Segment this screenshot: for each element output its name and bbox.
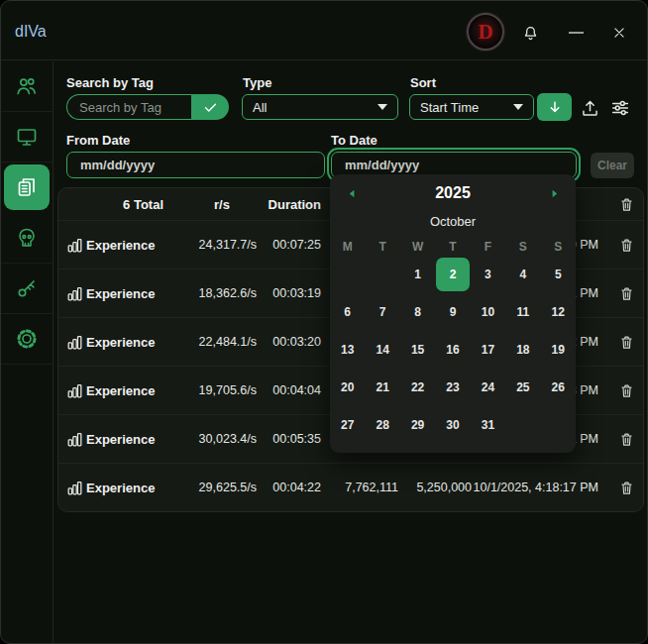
row-start-time: 10/1/2025, 4:18:17 PM [472, 481, 610, 494]
calendar-day[interactable]: 3 [471, 256, 505, 293]
calendar-day-selected[interactable]: 2 [435, 256, 470, 293]
from-date-label: From Date [66, 133, 130, 148]
row-rate: 29,625.5/s [187, 481, 257, 494]
bar-chart-icon [65, 430, 84, 449]
row-rate: 18,362.6/s [187, 286, 257, 300]
caret-down-icon [378, 104, 387, 110]
calendar-day-empty [541, 406, 576, 444]
calendar-day[interactable]: 16 [435, 331, 470, 369]
skull-icon [15, 226, 39, 250]
upload-icon [580, 98, 600, 119]
title-bar: dIVa D [1, 1, 647, 60]
sidebar [1, 61, 54, 643]
calendar-day[interactable]: 5 [541, 256, 576, 293]
trash-icon [618, 196, 635, 213]
calendar-day[interactable]: 6 [330, 293, 365, 331]
calendar-day[interactable]: 9 [435, 293, 470, 331]
sort-dropdown[interactable]: Start Time [409, 94, 534, 120]
table-row[interactable]: Experience 29,625.5/s 00:04:22 7,762,111… [58, 463, 643, 511]
calendar-day[interactable]: 11 [505, 293, 540, 331]
type-value: All [253, 100, 267, 115]
calendar-year: 2025 [435, 184, 471, 202]
delete-row-button[interactable] [615, 477, 637, 498]
calendar-day[interactable]: 8 [400, 293, 435, 331]
sort-label: Sort [410, 75, 436, 90]
trash-icon [618, 237, 635, 254]
calendar-next-year-button[interactable] [546, 185, 562, 201]
calendar-day[interactable]: 21 [365, 369, 399, 406]
calendar-day[interactable]: 18 [505, 331, 540, 369]
weekday-label: W [400, 240, 435, 254]
total-count-header: 6 Total [86, 197, 187, 212]
sidebar-item-players[interactable] [1, 61, 53, 112]
delete-row-button[interactable] [615, 331, 637, 353]
calendar-day[interactable]: 23 [435, 369, 470, 406]
row-rate: 19,705.6/s [187, 383, 257, 397]
calendar-day[interactable]: 25 [505, 369, 540, 406]
calendar-day[interactable]: 7 [365, 293, 399, 331]
row-tag: Experience [86, 432, 187, 447]
trash-icon [618, 382, 635, 399]
calendar-day[interactable]: 13 [330, 331, 365, 369]
calendar-day[interactable]: 27 [330, 406, 365, 444]
calendar-day[interactable]: 29 [400, 406, 435, 444]
search-submit-button[interactable] [191, 94, 229, 120]
calendar-day[interactable]: 17 [471, 331, 505, 369]
calendar-day[interactable]: 14 [365, 331, 399, 369]
notifications-bell-icon[interactable] [516, 19, 544, 47]
delete-row-button[interactable] [615, 379, 637, 401]
delete-row-button[interactable] [615, 234, 637, 256]
search-input[interactable] [66, 94, 191, 120]
sidebar-item-monitor[interactable] [1, 112, 53, 162]
close-icon[interactable] [605, 19, 633, 47]
calendar-day[interactable]: 22 [400, 369, 435, 406]
type-dropdown[interactable]: All [242, 94, 398, 120]
export-button[interactable] [577, 95, 602, 121]
chevron-right-icon [548, 187, 561, 200]
sort-direction-button[interactable] [537, 93, 572, 121]
calendar-day-empty [365, 256, 399, 293]
search-label: Search by Tag [66, 75, 154, 90]
sidebar-item-deaths[interactable] [1, 213, 53, 264]
calendar-prev-year-button[interactable] [344, 185, 360, 201]
calendar-day[interactable]: 12 [541, 293, 576, 331]
sliders-icon [609, 97, 631, 119]
monitor-icon [15, 125, 39, 149]
calendar-day[interactable]: 10 [471, 293, 505, 331]
trash-icon [618, 285, 635, 302]
clear-dates-button[interactable]: Clear [591, 153, 634, 178]
calendar-day[interactable]: 24 [471, 369, 505, 406]
calendar-day[interactable]: 30 [435, 406, 470, 444]
weekday-label: T [435, 240, 470, 254]
calendar-day-empty [330, 256, 365, 293]
calendar-day[interactable]: 4 [505, 256, 540, 293]
minimize-icon[interactable] [562, 19, 590, 47]
sidebar-item-logs[interactable] [1, 162, 53, 213]
row-duration: 00:04:04 [257, 383, 321, 397]
weekday-label: S [541, 240, 576, 254]
trash-icon [618, 480, 635, 496]
calendar-day[interactable]: 28 [365, 406, 399, 444]
calendar-day[interactable]: 15 [400, 331, 435, 369]
row-duration: 00:05:35 [257, 432, 321, 446]
rate-header: r/s [187, 197, 257, 212]
weekday-label: T [365, 240, 399, 254]
delete-row-button[interactable] [615, 428, 637, 450]
calendar-day[interactable]: 20 [330, 369, 365, 406]
calendar-day-grid: 1 2 3 4 5 6 7 8 9 10 11 12 13 14 15 16 1… [330, 256, 576, 444]
from-date-input[interactable] [66, 152, 325, 178]
search-group [66, 94, 229, 120]
to-date-label: To Date [331, 133, 378, 148]
delete-all-button[interactable] [615, 193, 637, 215]
sidebar-item-keys[interactable] [1, 264, 53, 314]
arrow-down-icon [546, 98, 564, 116]
duration-header: Duration [257, 197, 321, 212]
calendar-day[interactable]: 26 [541, 369, 576, 406]
calendar-day[interactable]: 31 [471, 406, 505, 444]
delete-row-button[interactable] [615, 282, 637, 304]
calendar-day[interactable]: 19 [541, 331, 576, 369]
bar-chart-icon [65, 381, 84, 400]
filter-settings-button[interactable] [607, 95, 633, 121]
calendar-day[interactable]: 1 [400, 256, 435, 293]
sidebar-item-settings[interactable] [1, 314, 53, 365]
